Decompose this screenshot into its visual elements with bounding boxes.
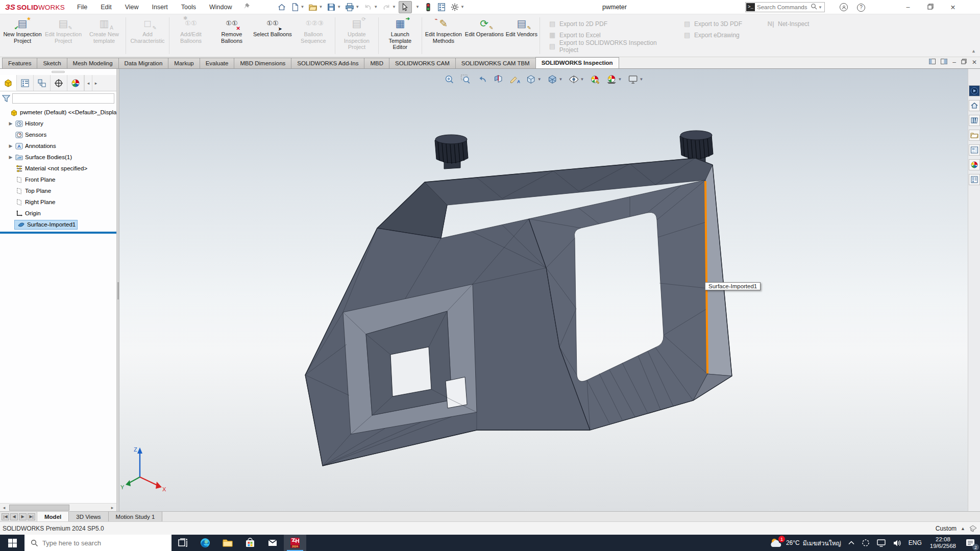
- last-tab-button[interactable]: ▶|: [28, 513, 35, 520]
- launch-template-editor-button[interactable]: ▦➜ Launch Template Editor: [380, 16, 421, 56]
- tab-mbd-dimensions[interactable]: MBD Dimensions: [234, 58, 291, 68]
- scroll-thumb[interactable]: [9, 505, 69, 511]
- select-balloons-button[interactable]: ①①➤ Select Balloons: [252, 16, 293, 56]
- panel-tabs-scroll-right[interactable]: ▸: [92, 75, 100, 91]
- pane-split-right-icon[interactable]: [941, 59, 947, 66]
- doc-restore-icon[interactable]: [961, 59, 967, 66]
- update-inspection-project-button[interactable]: ▤⟳ Update Inspection Project: [336, 16, 377, 56]
- view-palette-icon[interactable]: [969, 144, 980, 156]
- microsoft-store-icon[interactable]: [239, 535, 261, 551]
- search-commands-input[interactable]: [755, 4, 811, 10]
- edit-inspection-project-button[interactable]: ▤✎ Edit Inspection Project: [43, 16, 84, 56]
- panel-grip[interactable]: [0, 69, 116, 75]
- add-edit-balloons-button[interactable]: ①①✱ Add/Edit Balloons: [170, 16, 211, 56]
- clock-widget[interactable]: 22:08 19/6/2568: [925, 535, 961, 551]
- tree-item-right-plane[interactable]: Right Plane: [0, 196, 116, 208]
- menu-edit[interactable]: Edit: [94, 1, 118, 13]
- tree-item-annotations[interactable]: ▶ A Annotations: [0, 140, 116, 152]
- export-edrawing-button[interactable]: ▤Export eDrawing: [683, 30, 760, 40]
- edit-inspection-methods-button[interactable]: ✎⌁ Edit Inspection Methods: [423, 16, 464, 56]
- rebuild-button[interactable]: [422, 2, 434, 13]
- tree-item-sensors[interactable]: Sensors: [0, 129, 116, 140]
- annotation-visibility-icon[interactable]: A: [508, 73, 521, 86]
- edge-browser-icon[interactable]: [194, 535, 216, 551]
- display-style-icon[interactable]: ▼: [546, 73, 564, 86]
- appearances-scenes-icon[interactable]: [969, 159, 980, 170]
- select-tool-button[interactable]: [399, 1, 412, 13]
- search-icon[interactable]: [811, 3, 817, 11]
- language-indicator[interactable]: ENG: [905, 535, 925, 551]
- options-button[interactable]: ▼: [449, 2, 466, 13]
- property-manager-tab[interactable]: [17, 75, 34, 91]
- edit-appearance-icon[interactable]: [589, 73, 601, 86]
- export-2d-pdf-button[interactable]: ▤Export to 2D PDF: [548, 19, 676, 29]
- tab-solidworks-inspection[interactable]: SOLIDWORKS Inspection: [535, 57, 619, 68]
- add-characteristic-button[interactable]: □✎ Add Characteristic: [127, 16, 168, 56]
- menu-view[interactable]: View: [118, 1, 145, 13]
- menu-window[interactable]: Window: [203, 1, 238, 13]
- create-new-template-button[interactable]: ▥A Create New template: [84, 16, 125, 56]
- tree-item-material[interactable]: Material <not specified>: [0, 163, 116, 174]
- tree-filter-input[interactable]: [12, 93, 114, 104]
- first-tab-button[interactable]: |◀: [2, 513, 9, 520]
- tree-item-front-plane[interactable]: Front Plane: [0, 174, 116, 185]
- tab-mbd[interactable]: MBD: [364, 58, 389, 68]
- tray-expand-chevron[interactable]: [845, 535, 858, 551]
- task-view-button[interactable]: [172, 535, 194, 551]
- zoom-fit-icon[interactable]: [443, 73, 456, 86]
- remove-balloons-button[interactable]: ①①✕ Remove Balloons: [211, 16, 252, 56]
- balloon-sequence-button[interactable]: ①②③ Balloon Sequence: [293, 16, 334, 56]
- expander-icon[interactable]: ▶: [7, 121, 14, 126]
- taskbar-search-box[interactable]: [24, 535, 172, 551]
- menu-tools[interactable]: Tools: [175, 1, 203, 13]
- tab-markup[interactable]: Markup: [168, 58, 200, 68]
- pin-menu-icon[interactable]: [243, 3, 250, 11]
- tree-root[interactable]: pwmeter (Default) <<Default>_Display: [0, 107, 116, 118]
- tree-item-top-plane[interactable]: Top Plane: [0, 185, 116, 196]
- tab-mesh-modeling[interactable]: Mesh Modeling: [67, 58, 119, 68]
- tree-item-origin[interactable]: Origin: [0, 208, 116, 219]
- new-inspection-project-button[interactable]: ▤★✔ New Inspection Project: [2, 16, 43, 56]
- display-manager-tab[interactable]: [67, 75, 84, 91]
- rollback-bar[interactable]: [0, 232, 116, 234]
- tree-item-surface-imported1[interactable]: Surface-Imported1: [0, 219, 116, 230]
- help-icon[interactable]: ?: [852, 3, 870, 12]
- collapse-ribbon-chevron[interactable]: ▲: [971, 48, 976, 54]
- edit-operations-button[interactable]: ⟳✎ Edit Operations: [464, 16, 505, 56]
- save-button[interactable]: ▼: [325, 2, 342, 13]
- tab-3d-views[interactable]: 3D Views: [69, 512, 108, 521]
- graphics-viewport[interactable]: A ▼ ▼ ▼ ▼ ▼: [119, 69, 968, 511]
- file-properties-button[interactable]: [435, 2, 448, 13]
- view-mode-label[interactable]: Custom: [936, 525, 957, 532]
- print-button[interactable]: ▼: [344, 2, 361, 13]
- weather-widget[interactable]: 1 26°C มีเมฆส่วนใหญ่: [766, 535, 845, 551]
- tree-item-surface-bodies[interactable]: ▶ Surface Bodies(1): [0, 152, 116, 163]
- tab-evaluate[interactable]: Evaluate: [200, 58, 235, 68]
- custom-properties-icon[interactable]: [969, 174, 980, 185]
- panel-tabs-scroll-left[interactable]: ◂: [84, 75, 92, 91]
- net-inspect-button[interactable]: N|Net-Inspect: [767, 19, 823, 29]
- open-document-button[interactable]: ▼: [307, 2, 324, 13]
- tab-model[interactable]: Model: [37, 512, 69, 521]
- prev-tab-button[interactable]: ◀: [10, 513, 18, 520]
- select-dropdown[interactable]: ▼: [413, 4, 421, 10]
- close-button[interactable]: ✕: [946, 4, 960, 11]
- panel-horizontal-scrollbar[interactable]: ◂ ▸: [0, 503, 116, 511]
- new-document-button[interactable]: ▼: [289, 2, 306, 13]
- expander-icon[interactable]: ▶: [7, 155, 14, 160]
- featuremanager-tree-tab[interactable]: [0, 75, 17, 91]
- tree-item-history[interactable]: ▶ History: [0, 118, 116, 129]
- model-canvas[interactable]: Z X Y: [119, 69, 968, 511]
- tab-data-migration[interactable]: Data Migration: [118, 58, 169, 68]
- export-sw-inspection-button[interactable]: ▤Export to SOLIDWORKS Inspection Project: [548, 41, 676, 51]
- scroll-left-arrow[interactable]: ◂: [0, 505, 8, 510]
- apply-scene-icon[interactable]: ▼: [605, 73, 623, 86]
- volume-tray-icon[interactable]: [889, 535, 905, 551]
- dimxpert-manager-tab[interactable]: [51, 75, 67, 91]
- status-expand-icon[interactable]: ▲: [961, 526, 965, 531]
- pane-split-left-icon[interactable]: [929, 59, 936, 66]
- screen-snip-tray-icon[interactable]: [858, 535, 873, 551]
- tab-motion-study-1[interactable]: Motion Study 1: [109, 512, 163, 521]
- tab-sketch[interactable]: Sketch: [37, 58, 67, 68]
- minimize-button[interactable]: –: [901, 4, 915, 11]
